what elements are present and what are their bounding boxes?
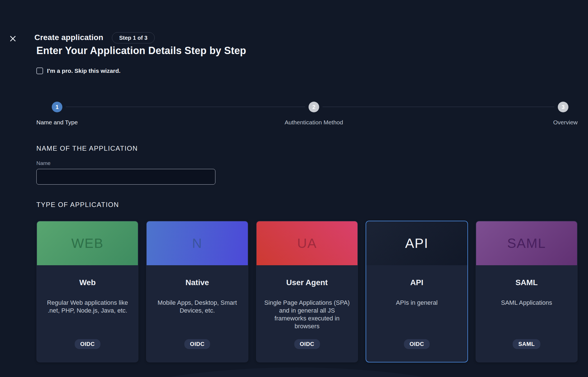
app-type-card-native[interactable]: N Native Mobile Apps, Desktop, Smart Dev… (146, 221, 248, 362)
step-3-circle[interactable]: 3 (558, 102, 568, 112)
card-description: Mobile Apps, Desktop, Smart Devices, etc… (147, 299, 248, 315)
card-banner-text: UA (297, 236, 317, 251)
app-type-card-web[interactable]: WEB Web Regular Web applications like .n… (36, 221, 138, 362)
step-2-number: 2 (312, 104, 315, 110)
app-type-card-user-agent[interactable]: UA User Agent Single Page Applications (… (256, 221, 358, 362)
stepper-line (323, 107, 554, 107)
wizard-stepper: 1 2 3 Name and Type Authentication Metho… (36, 102, 578, 128)
step-3-label: Overview (553, 119, 578, 126)
background-arc-decoration (17, 367, 576, 377)
card-protocol-badge: OIDC (294, 339, 320, 349)
step-badge: Step 1 of 3 (112, 32, 155, 43)
card-description: SAML Applications (494, 299, 559, 307)
step-1-number: 1 (55, 104, 58, 110)
card-protocol-badge: OIDC (75, 339, 100, 349)
close-icon (9, 35, 17, 42)
name-section-title: NAME OF THE APPLICATION (36, 145, 138, 152)
step-2-circle[interactable]: 2 (309, 102, 319, 112)
card-title: Native (185, 278, 209, 287)
page-title: Create application (34, 33, 103, 42)
step-3-number: 3 (561, 104, 565, 110)
card-banner: API (366, 221, 467, 265)
card-title: SAML (516, 278, 538, 287)
card-title: User Agent (286, 278, 328, 287)
name-field-label: Name (36, 160, 51, 166)
app-type-card-saml[interactable]: SAML SAML SAML Applications SAML (476, 221, 578, 362)
card-description: APIs in general (389, 299, 445, 307)
card-title: Web (79, 278, 96, 287)
card-banner: WEB (37, 221, 138, 265)
create-application-wizard: Create application Step 1 of 3 Enter You… (0, 0, 588, 377)
skip-wizard-checkbox[interactable] (36, 68, 43, 74)
name-input[interactable] (36, 169, 215, 185)
stepper-line (66, 107, 305, 107)
card-banner-text: API (405, 236, 428, 251)
card-banner: UA (257, 221, 357, 265)
close-button[interactable] (9, 35, 17, 43)
card-banner: SAML (476, 221, 577, 265)
card-banner-text: WEB (71, 236, 104, 251)
skip-wizard-row[interactable]: I'm a pro. Skip this wizard. (36, 67, 121, 75)
card-description: Single Page Applications (SPA) and in ge… (257, 299, 357, 331)
wizard-heading: Enter Your Application Details Step by S… (36, 45, 246, 57)
card-title: API (410, 278, 424, 287)
skip-wizard-label: I'm a pro. Skip this wizard. (47, 68, 121, 74)
card-protocol-badge: OIDC (184, 339, 210, 349)
card-protocol-badge: OIDC (404, 339, 430, 349)
card-description: Regular Web applications like .net, PHP,… (37, 299, 138, 315)
step-1-label: Name and Type (36, 119, 78, 126)
wizard-header: Create application Step 1 of 3 (0, 16, 588, 29)
card-banner-text: SAML (507, 236, 546, 251)
application-type-cards: WEB Web Regular Web applications like .n… (36, 221, 578, 362)
card-protocol-badge: SAML (513, 339, 540, 349)
step-1-circle[interactable]: 1 (52, 102, 62, 112)
type-section-title: TYPE OF APPLICATION (36, 201, 119, 209)
card-banner-text: N (192, 236, 203, 251)
step-2-label: Authentication Method (285, 119, 343, 126)
card-banner: N (147, 221, 248, 265)
app-type-card-api[interactable]: API API APIs in general OIDC (366, 221, 468, 362)
